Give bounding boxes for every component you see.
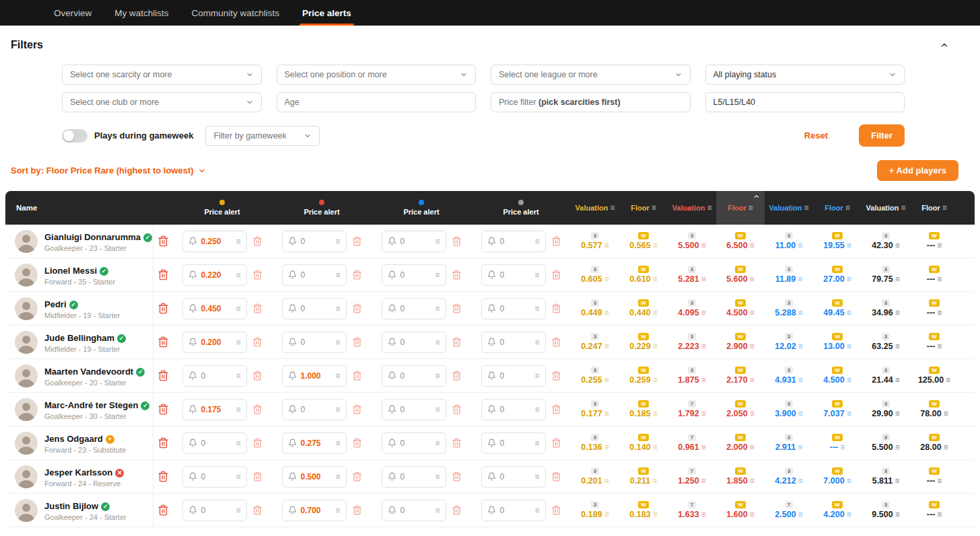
alert-menu-icon[interactable]: ≡ [335,406,340,414]
clear-alert-trash-icon[interactable] [252,303,262,313]
value-menu-icon[interactable]: ≡ [701,510,706,519]
value-menu-icon[interactable]: ≡ [895,510,900,519]
clear-alert-trash-icon[interactable] [551,505,561,515]
alert-menu-icon[interactable]: ≡ [534,372,539,380]
clear-alert-trash-icon[interactable] [452,505,462,515]
player-cell[interactable]: Lionel Messi✓ Forward - 35 - Starter [5,258,153,291]
value-menu-icon[interactable]: ≡ [604,309,609,317]
valuation-unique-header[interactable]: Valuation≡ [862,191,910,225]
delete-row-trash-icon[interactable] [158,269,169,280]
price-alert-input[interactable]: 0 ≡ [282,332,347,353]
value-menu-icon[interactable]: ≡ [750,241,755,250]
price-alert-input[interactable]: 0 ≡ [481,399,546,420]
alert-menu-icon[interactable]: ≡ [534,305,539,313]
delete-row-trash-icon[interactable] [158,404,169,415]
reset-button[interactable]: Reset [800,130,832,141]
delete-row-trash-icon[interactable] [158,437,169,449]
delete-row-trash-icon[interactable] [158,370,169,381]
value-menu-icon[interactable]: ≡ [604,510,609,519]
clear-alert-trash-icon[interactable] [252,438,262,448]
price-alert-input[interactable]: 0 ≡ [382,264,446,286]
tab-overview[interactable]: Overview [54,0,92,26]
valuation-rare-header[interactable]: Valuation≡ [668,191,716,225]
levels-input[interactable]: L5/L15/L40 [705,92,905,112]
value-menu-icon[interactable]: ≡ [895,342,900,350]
alert-menu-icon[interactable]: ≡ [534,237,539,245]
clear-alert-trash-icon[interactable] [352,505,362,515]
value-menu-icon[interactable]: ≡ [937,309,942,317]
value-menu-icon[interactable]: ≡ [701,309,706,317]
value-menu-icon[interactable]: ≡ [604,376,609,384]
price-alert-input[interactable]: 0 ≡ [481,231,546,252]
value-menu-icon[interactable]: ≡ [750,477,755,485]
price-alert-input[interactable]: 0 ≡ [382,365,446,387]
alert-menu-icon[interactable]: ≡ [236,506,240,514]
value-menu-icon[interactable]: ≡ [798,275,802,283]
value-menu-icon[interactable]: ≡ [701,241,706,250]
value-menu-icon[interactable]: ≡ [653,443,658,451]
value-menu-icon[interactable]: ≡ [701,376,706,384]
value-menu-icon[interactable]: ≡ [604,241,609,250]
clear-alert-trash-icon[interactable] [252,505,262,515]
value-menu-icon[interactable]: ≡ [750,309,755,317]
price-filter-input[interactable]: Price filter (pick scarcities first) [491,92,691,112]
value-menu-icon[interactable]: ≡ [653,241,658,250]
age-input[interactable]: Age [277,92,477,112]
clear-alert-trash-icon[interactable] [452,438,462,448]
price-alert-input[interactable]: 0 ≡ [481,466,546,488]
alert-menu-icon[interactable]: ≡ [335,372,340,380]
clear-alert-trash-icon[interactable] [452,270,462,280]
alert-menu-icon[interactable]: ≡ [435,473,440,481]
clear-alert-trash-icon[interactable] [551,236,561,246]
price-alert-input[interactable]: 0 ≡ [481,298,546,319]
clear-alert-trash-icon[interactable] [452,371,462,381]
price-alert-input[interactable]: 0 ≡ [182,432,247,454]
price-alert-input[interactable]: 0 ≡ [382,432,446,454]
player-cell[interactable]: Gianluigi Donnarumma✓ Goalkeeper - 23 - … [5,225,153,258]
delete-row-trash-icon[interactable] [158,504,169,516]
delete-row-trash-icon[interactable] [158,471,169,482]
alert-menu-icon[interactable]: ≡ [236,237,240,245]
value-menu-icon[interactable]: ≡ [944,410,948,418]
clear-alert-trash-icon[interactable] [352,337,362,347]
value-menu-icon[interactable]: ≡ [701,443,706,451]
clear-alert-trash-icon[interactable] [452,337,462,347]
price-alert-input[interactable]: 0.220 ≡ [182,264,247,286]
player-cell[interactable]: Justin Bijlow✓ Goalkeeper - 24 - Starter [5,494,153,527]
alert-menu-icon[interactable]: ≡ [236,406,240,414]
club-select[interactable]: Select one club or more [62,92,262,112]
value-menu-icon[interactable]: ≡ [798,410,803,418]
price-alert-input[interactable]: 0.450 ≡ [182,298,247,319]
alert-menu-icon[interactable]: ≡ [335,271,340,279]
clear-alert-trash-icon[interactable] [551,471,561,482]
position-select[interactable]: Select one position or more [277,65,477,85]
clear-alert-trash-icon[interactable] [452,471,462,482]
alert-menu-icon[interactable]: ≡ [236,473,240,481]
clear-alert-trash-icon[interactable] [452,236,462,246]
alert-menu-icon[interactable]: ≡ [236,271,240,279]
alert-menu-icon[interactable]: ≡ [435,506,440,514]
price-alert-input[interactable]: 0.500 ≡ [282,466,347,488]
clear-alert-trash-icon[interactable] [452,404,462,414]
alert-menu-icon[interactable]: ≡ [335,439,340,447]
alert-menu-icon[interactable]: ≡ [435,305,440,313]
value-menu-icon[interactable]: ≡ [604,342,609,350]
alert-menu-icon[interactable]: ≡ [335,506,340,514]
clear-alert-trash-icon[interactable] [352,236,362,246]
value-menu-icon[interactable]: ≡ [652,477,657,485]
price-alert-input[interactable]: 0 ≡ [182,500,247,521]
value-menu-icon[interactable]: ≡ [847,275,851,283]
floor-rare-header[interactable]: Floor≡ [716,191,765,225]
clear-alert-trash-icon[interactable] [252,404,262,414]
value-menu-icon[interactable]: ≡ [798,443,802,451]
value-menu-icon[interactable]: ≡ [750,410,755,418]
value-menu-icon[interactable]: ≡ [895,309,900,317]
clear-alert-trash-icon[interactable] [352,471,362,482]
alert-menu-icon[interactable]: ≡ [534,473,539,481]
price-alert-input[interactable]: 0 ≡ [382,298,446,319]
clear-alert-trash-icon[interactable] [352,303,362,313]
price-alert-input[interactable]: 0 ≡ [382,231,446,252]
clear-alert-trash-icon[interactable] [551,404,561,414]
value-menu-icon[interactable]: ≡ [701,275,706,283]
alert-menu-icon[interactable]: ≡ [435,372,440,380]
